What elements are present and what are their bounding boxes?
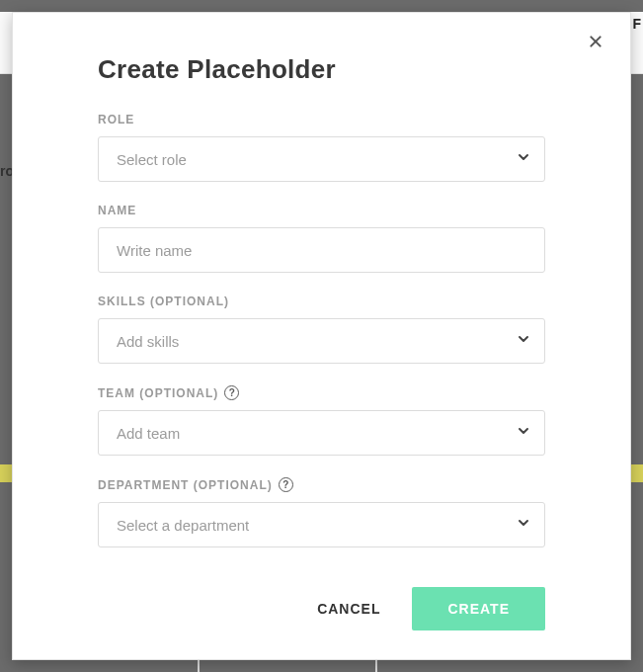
close-button[interactable] [583,31,608,56]
create-placeholder-modal: Create Placeholder ROLE Select role NAME… [12,12,631,660]
name-label: NAME [98,204,545,217]
modal-title: Create Placeholder [98,54,545,85]
team-field: TEAM (OPTIONAL) ? Add team [98,385,545,456]
role-select[interactable]: Select role [98,136,545,182]
department-label: DEPARTMENT (OPTIONAL) ? [98,477,545,492]
help-icon[interactable]: ? [224,385,239,400]
team-label-text: TEAM (OPTIONAL) [98,386,218,400]
name-input[interactable] [98,227,545,273]
name-field: NAME [98,204,545,273]
team-label: TEAM (OPTIONAL) ? [98,385,545,400]
team-select[interactable]: Add team [98,410,545,456]
role-field: ROLE Select role [98,113,545,182]
modal-actions: CANCEL CREATE [13,569,630,660]
skills-field: SKILLS (OPTIONAL) Add skills [98,294,545,364]
close-icon [588,34,603,53]
role-label: ROLE [98,113,545,126]
department-label-text: DEPARTMENT (OPTIONAL) [98,478,273,492]
background-truncated-right-text: F [632,16,641,32]
cancel-button[interactable]: CANCEL [311,591,386,627]
create-button[interactable]: CREATE [412,587,545,630]
skills-label: SKILLS (OPTIONAL) [98,294,545,308]
help-icon[interactable]: ? [279,477,293,492]
department-select[interactable]: Select a department [98,502,545,547]
department-field: DEPARTMENT (OPTIONAL) ? Select a departm… [98,477,545,547]
app-backdrop: ro F Create Placeholder ROLE Select role [0,0,643,672]
skills-select[interactable]: Add skills [98,318,545,364]
